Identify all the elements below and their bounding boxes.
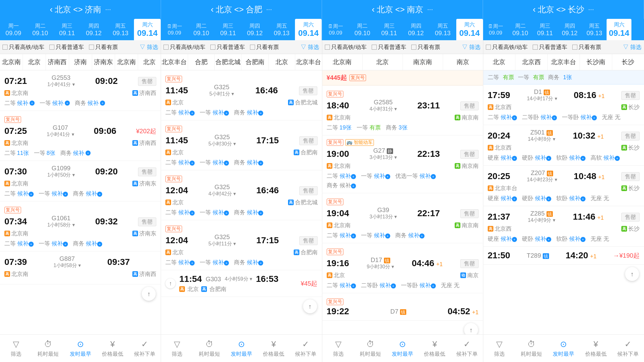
day-1-fri[interactable]: 周五09.13 xyxy=(107,19,134,40)
check-ticket-1[interactable]: 只看有票 xyxy=(89,43,118,51)
train-card-2-5[interactable]: ↑ 11:54 G303 4小时59分 ▾ 16:53 高 北京 高 合肥南 xyxy=(161,270,322,297)
back-icon-4[interactable]: ‹ xyxy=(533,4,536,14)
scroll-up-btn-4[interactable]: ↑ xyxy=(625,267,639,281)
train-card-4-2[interactable]: 20:24 Z501 镇 14小时8分 ▾ 10:32 +1 售罄 高 北京西 xyxy=(483,125,644,166)
toolbar-earliest-3[interactable]: ⊙ 发时最早 xyxy=(386,335,419,362)
checkbox-gaotie-3[interactable] xyxy=(325,45,330,50)
station-1-4[interactable]: 济南 xyxy=(69,54,92,70)
day-4-extra[interactable] xyxy=(631,19,644,40)
day-3-mon[interactable]: 🗓周一09.09 xyxy=(322,19,349,40)
train-card-2-2[interactable]: 复兴号 11:45 G325 5小时30分 ▾ 17:15 售罄 高 北京 xyxy=(161,120,322,170)
day-1-wed[interactable]: 周三09.11 xyxy=(53,19,80,40)
toolbar-filter-4[interactable]: ▽ 筛选 xyxy=(483,335,515,362)
toolbar-price-2[interactable]: ¥ 价格最低 xyxy=(258,335,290,362)
checkbox-ticket-1[interactable] xyxy=(89,45,94,50)
filter-btn-1[interactable]: ▽ 筛选 xyxy=(140,43,158,51)
more-icon-3[interactable]: ··· xyxy=(427,5,433,14)
train-card-1-3[interactable]: 07:30 G1099 1小时50分 ▾ 09:20 售罄 高 北京南 高 xyxy=(0,161,161,201)
toolbar-price-4[interactable]: ¥ 价格最低 xyxy=(580,335,612,362)
station-2-3[interactable]: 合肥北城 xyxy=(215,54,242,70)
day-2-wed[interactable]: 周三09.11 xyxy=(215,19,242,40)
day-1-tue[interactable]: 周二09.10 xyxy=(27,19,53,40)
station-2-2[interactable]: 合肥 xyxy=(188,54,215,70)
station-2-5[interactable]: 北京 xyxy=(269,54,295,70)
train-card-3-4[interactable]: 复兴号 19:16 D17 镇 9小时30分 ▾ 04:46 +1 售罄 高 xyxy=(322,243,483,293)
train-card-1-1[interactable]: 07:21 G2553 1小时41分 ▾ 09:02 售罄 高 xyxy=(0,70,161,111)
checkbox-putong-4[interactable] xyxy=(533,45,538,50)
station-3-3[interactable]: 南京南 xyxy=(403,54,443,70)
day-4-thu[interactable]: 周四09.12 xyxy=(557,19,582,40)
day-2-sat[interactable]: 周六09.14 xyxy=(295,19,322,40)
toolbar-waitbook-1[interactable]: ✓ 候补下单 xyxy=(129,335,161,362)
station-1-6[interactable]: 北京南 xyxy=(115,54,138,70)
toolbar-filter-3[interactable]: ▽ 筛选 xyxy=(322,335,354,362)
check-ticket-4[interactable]: 只看有票 xyxy=(572,43,601,51)
checkbox-ticket-3[interactable] xyxy=(411,45,416,50)
train-card-1-2[interactable]: 复兴号 07:25 G107 1小时41分 ▾ 09:06 ¥202起 高 北京… xyxy=(0,111,161,161)
route-tab-bj-jn[interactable]: ‹ 北京 <> 济南 ··· xyxy=(0,0,161,19)
scroll-up-btn-2[interactable]: ↑ xyxy=(303,299,317,313)
train-card-3-3[interactable]: 复兴号 19:04 G39 3小时13分 ▾ 22:17 售罄 高 北京南 xyxy=(322,193,483,243)
station-4-3[interactable]: 北京丰台 xyxy=(548,54,580,70)
route-tab-bj-nj[interactable]: ‹ 北京 <> 南京 ··· xyxy=(322,0,483,19)
toolbar-duration-3[interactable]: ⏱ 耗时最短 xyxy=(354,335,386,362)
station-3-4[interactable]: 南京 xyxy=(443,54,483,70)
check-gaotie-4[interactable]: 只看高铁/动车 xyxy=(486,43,528,51)
check-putong-1[interactable]: 只看普通车 xyxy=(49,43,84,51)
station-4-5[interactable]: 长沙 xyxy=(612,54,644,70)
station-4-4[interactable]: 长沙南 xyxy=(580,54,612,70)
train-card-2-4[interactable]: 复兴号 12:04 G325 5小时11分 ▾ 17:15 售罄 高 北京 xyxy=(161,220,322,270)
checkbox-putong-3[interactable] xyxy=(372,45,377,50)
check-putong-2[interactable]: 只看普通车 xyxy=(210,43,245,51)
check-putong-4[interactable]: 只看普通车 xyxy=(533,43,567,51)
route-tab-bj-hf[interactable]: ‹ 北京 <> 合肥 ··· xyxy=(161,0,322,19)
back-icon-3[interactable]: ‹ xyxy=(372,4,375,14)
toolbar-earliest-4[interactable]: ⊙ 发时最早 xyxy=(547,335,580,362)
station-4-1[interactable]: 北京 xyxy=(483,54,515,70)
day-3-wed[interactable]: 周三09.11 xyxy=(376,19,402,40)
filter-btn-3[interactable]: ▽ 筛选 xyxy=(462,43,480,51)
train-card-3-5[interactable]: 复兴号 19:22 D7 镇 04:52 +1 xyxy=(322,293,483,321)
more-icon-1[interactable]: ··· xyxy=(105,5,111,14)
station-2-6[interactable]: 北京丰台 xyxy=(295,54,322,70)
day-3-fri[interactable]: 周五09.13 xyxy=(429,19,456,40)
check-ticket-3[interactable]: 只看有票 xyxy=(411,43,440,51)
train-card-4-5[interactable]: 21:50 T289 镇 14:20 +1 →¥190起 xyxy=(483,247,644,265)
check-gaotie-1[interactable]: 只看高铁/动车 xyxy=(3,43,44,51)
train-card-3-2[interactable]: 复兴号 🚌 智能动车 19:00 G27 静 3小时13分 ▾ 22:13 售罄… xyxy=(322,135,483,193)
station-3-2[interactable]: 北京 xyxy=(363,54,403,70)
checkbox-putong-1[interactable] xyxy=(49,45,54,50)
more-icon-2[interactable]: ··· xyxy=(266,5,272,14)
checkbox-gaotie-4[interactable] xyxy=(486,45,491,50)
day-3-tue[interactable]: 周二09.10 xyxy=(349,19,376,40)
station-1-3[interactable]: 济南西 xyxy=(46,54,69,70)
train-card-1-5[interactable]: 07:39 G887 1小时58分 ▾ 09:37 高 北京南 高 xyxy=(0,251,161,284)
route-tab-bj-cs[interactable]: ‹ 北京 <> 长沙 ··· xyxy=(483,0,644,19)
toolbar-price-1[interactable]: ¥ 价格最低 xyxy=(97,335,129,362)
checkbox-ticket-4[interactable] xyxy=(572,45,577,50)
day-3-sat[interactable]: 周六09.14 xyxy=(456,19,483,40)
train-card-4-1[interactable]: 17:59 D1 镇 14小时17分 ▾ 08:16 +1 售罄 高 北京西 xyxy=(483,85,644,125)
day-4-mon[interactable]: 🗓周一09.09 xyxy=(483,19,508,40)
more-icon-4[interactable]: ··· xyxy=(588,5,594,14)
checkbox-gaotie-1[interactable] xyxy=(3,45,8,50)
check-putong-3[interactable]: 只看普通车 xyxy=(372,43,406,51)
station-1-2[interactable]: 北京 xyxy=(23,54,46,70)
toolbar-earliest-2[interactable]: ⊙ 发时最早 xyxy=(225,335,258,362)
back-icon-2[interactable]: ‹ xyxy=(211,4,214,14)
toolbar-filter-2[interactable]: ▽ 筛选 xyxy=(161,335,193,362)
day-1-thu[interactable]: 周四09.12 xyxy=(80,19,107,40)
toolbar-waitbook-2[interactable]: ✓ 候补下单 xyxy=(290,335,322,362)
check-gaotie-3[interactable]: 只看高铁/动车 xyxy=(325,43,367,51)
station-4-2[interactable]: 北京西 xyxy=(515,54,547,70)
toolbar-duration-2[interactable]: ⏱ 耗时最短 xyxy=(193,335,225,362)
filter-btn-4[interactable]: ▽ 筛选 xyxy=(623,43,641,51)
toolbar-duration-1[interactable]: ⏱ 耗时最短 xyxy=(32,335,64,362)
station-2-4[interactable]: 合肥南 xyxy=(242,54,268,70)
checkbox-gaotie-2[interactable] xyxy=(164,45,169,50)
scroll-up-btn-3[interactable]: ↑ xyxy=(464,323,478,334)
check-gaotie-2[interactable]: 只看高铁/动车 xyxy=(164,43,205,51)
day-4-wed[interactable]: 周三09.11 xyxy=(533,19,558,40)
check-ticket-2[interactable]: 只看有票 xyxy=(250,43,279,51)
station-3-1[interactable]: 北京南 xyxy=(322,54,363,70)
